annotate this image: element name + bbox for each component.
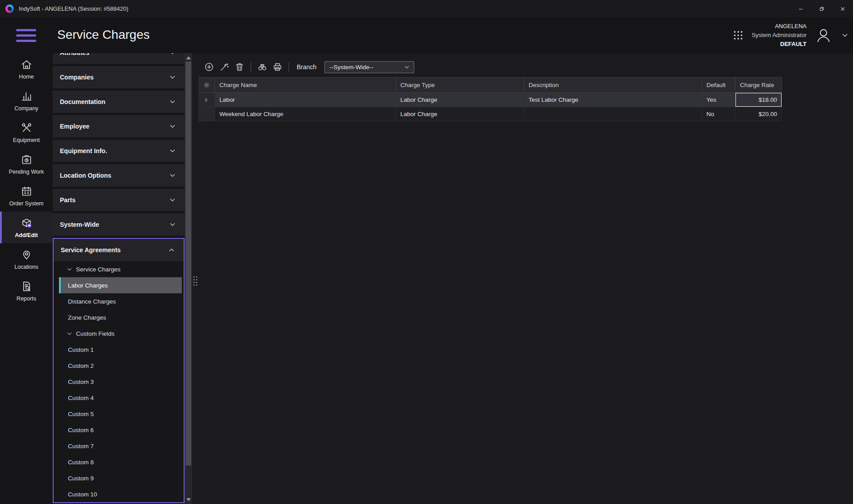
locations-icon [21, 249, 33, 261]
service-charges-grid: Charge Name Charge Type Description Defa… [198, 77, 782, 121]
tree-item-label: Custom 9 [68, 475, 94, 482]
print-button[interactable] [271, 61, 284, 73]
add-button[interactable] [203, 61, 215, 73]
tree-item-custom-9[interactable]: Custom 9 [59, 470, 182, 486]
accordion-section-employee[interactable]: Employee [53, 115, 185, 137]
apps-grid-icon[interactable] [731, 29, 745, 42]
restore-button[interactable] [811, 0, 832, 17]
accordion-scrollbar[interactable] [185, 53, 192, 504]
tree-item-custom-4[interactable]: Custom 4 [59, 390, 182, 406]
accordion-section-service-agreements: Service Agreements Service Charges Labor… [53, 238, 185, 503]
service-agreements-header[interactable]: Service Agreements [54, 239, 184, 261]
tree-group-custom-fields[interactable]: Custom Fields [59, 325, 182, 342]
accordion-section-equipment-info[interactable]: Equipment Info. [53, 140, 185, 162]
scroll-down-button[interactable] [185, 496, 192, 503]
tree-item-labor-charges[interactable]: Labor Charges [59, 277, 182, 293]
window-controls [790, 0, 853, 17]
nav-item-equipment[interactable]: Equipment [0, 117, 53, 148]
tree-item-label: Labor Charges [68, 282, 108, 289]
cell-charge-name: Labor [215, 93, 396, 107]
panel-splitter[interactable] [192, 53, 198, 504]
delete-button[interactable] [233, 61, 246, 73]
person-icon [814, 26, 833, 45]
section-label: Employee [60, 123, 89, 130]
tree-item-custom-7[interactable]: Custom 7 [59, 438, 182, 454]
tree-group-service-charges[interactable]: Service Charges [59, 261, 182, 277]
company-icon [21, 90, 33, 102]
cell-default: No [702, 107, 735, 121]
user-info: ANGELENA System Administrator DEFAULT [752, 22, 807, 49]
minimize-button[interactable] [790, 0, 811, 17]
nav-item-home[interactable]: Home [0, 53, 53, 85]
column-header-charge-rate[interactable]: Charge Rate [735, 78, 782, 92]
column-header-charge-name[interactable]: Charge Name [215, 78, 396, 92]
tree-item-custom-3[interactable]: Custom 3 [59, 374, 182, 390]
tree-item-custom-2[interactable]: Custom 2 [59, 358, 182, 374]
toolbar-separator [289, 62, 289, 71]
nav-item-pending-work[interactable]: Pending Work [0, 148, 53, 180]
nav-item-company[interactable]: Company [0, 85, 53, 117]
tree-item-zone-charges[interactable]: Zone Charges [59, 309, 182, 325]
chevron-down-icon [168, 73, 176, 81]
cell-default: Yes [702, 93, 735, 107]
tree-item-distance-charges[interactable]: Distance Charges [59, 293, 182, 309]
menu-button[interactable] [16, 26, 36, 45]
equipment-icon [21, 122, 33, 134]
chevron-down-icon [66, 266, 73, 273]
column-header-default[interactable]: Default [702, 78, 735, 92]
cell-description [524, 107, 702, 121]
nav-item-order-system[interactable]: Order System [0, 180, 53, 212]
tree-item-label: Custom 6 [68, 427, 94, 433]
nav-item-reports[interactable]: Reports [0, 275, 53, 307]
scroll-up-button[interactable] [185, 54, 192, 61]
nav-item-add-edit[interactable]: Add/Edit [0, 212, 53, 243]
section-label: Documentation [60, 98, 105, 105]
user-menu-chevron-down-icon[interactable] [840, 31, 849, 40]
close-button[interactable] [832, 0, 853, 17]
section-label: Companies [60, 74, 93, 81]
tree-item-custom-5[interactable]: Custom 5 [59, 406, 182, 422]
nav-item-label: Pending Work [9, 169, 44, 175]
chevron-down-icon [168, 98, 176, 106]
column-header-description[interactable]: Description [524, 78, 702, 92]
grid-row-labor[interactable]: Labor Labor Charge Test Labor Charge Yes… [198, 93, 782, 107]
grid-row-weekend-labor[interactable]: Weekend Labor Charge Labor Charge No $20… [198, 107, 782, 121]
indysoft-logo-icon [5, 4, 14, 13]
splitter-grip-icon [193, 276, 197, 286]
row-expand-button[interactable] [198, 93, 215, 107]
triangle-down-icon [186, 498, 191, 501]
user-branch: DEFAULT [752, 40, 807, 49]
titlebar: IndySoft - ANGELENA (Session: #588420) [0, 0, 853, 17]
binoculars-icon [257, 62, 267, 72]
tree-item-custom-6[interactable]: Custom 6 [59, 422, 182, 438]
scrollbar-thumb[interactable] [185, 62, 191, 466]
find-button[interactable] [256, 61, 269, 73]
tree-item-label: Custom 10 [68, 491, 97, 498]
avatar[interactable] [813, 25, 834, 46]
cell-charge-type: Labor Charge [396, 93, 524, 107]
row-indicator [198, 107, 215, 121]
nav-item-locations[interactable]: Locations [0, 243, 53, 275]
grid-customization-button[interactable] [198, 78, 215, 92]
accordion-section-documentation[interactable]: Documentation [53, 91, 185, 113]
edit-button[interactable] [218, 61, 231, 73]
accordion-section-attributes[interactable]: Attributes [53, 53, 185, 64]
toolbar-separator [251, 62, 251, 71]
tree-item-custom-1[interactable]: Custom 1 [59, 342, 182, 358]
branch-dropdown[interactable]: --System-Wide-- [324, 61, 414, 73]
column-header-charge-type[interactable]: Charge Type [396, 78, 524, 92]
printer-icon [273, 62, 282, 72]
tree-item-custom-10[interactable]: Custom 10 [59, 486, 182, 502]
chevron-down-icon [168, 147, 176, 155]
cell-charge-name: Weekend Labor Charge [215, 107, 396, 121]
tree-item-label: Custom Fields [76, 330, 114, 337]
accordion-section-system-wide[interactable]: System-Wide [53, 213, 185, 236]
accordion-section-companies[interactable]: Companies [53, 66, 185, 88]
order-system-icon [21, 185, 33, 197]
accordion-section-location-options[interactable]: Location Options [53, 164, 185, 187]
page-title: Service Charges [57, 28, 150, 42]
sun-icon [203, 81, 210, 89]
tree-item-custom-8[interactable]: Custom 8 [59, 454, 182, 470]
accordion-section-parts[interactable]: Parts [53, 189, 185, 211]
cell-charge-type: Labor Charge [396, 107, 524, 121]
